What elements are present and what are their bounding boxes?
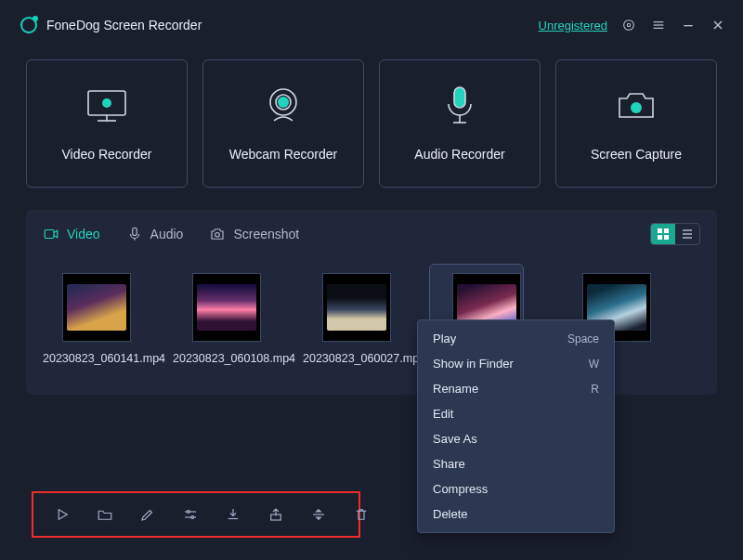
- hamburger-menu-icon[interactable]: [650, 17, 667, 33]
- mode-grid: Video Recorder Webcam Recorder Audio Rec…: [0, 46, 743, 210]
- ctx-compress[interactable]: Compress: [418, 476, 614, 501]
- compress-icon[interactable]: [310, 505, 327, 524]
- share-icon[interactable]: [267, 505, 284, 524]
- svg-point-23: [215, 233, 220, 238]
- mode-label: Audio Recorder: [414, 147, 504, 162]
- svg-rect-21: [132, 228, 137, 235]
- svg-rect-15: [454, 87, 465, 108]
- sliders-icon[interactable]: [182, 505, 199, 524]
- svg-rect-24: [658, 228, 662, 233]
- library-tab-bar: Video Audio Screenshot: [26, 210, 717, 254]
- mode-label: Video Recorder: [61, 147, 151, 162]
- view-toggle: [650, 223, 700, 245]
- svg-point-11: [102, 98, 111, 108]
- tab-label: Video: [67, 227, 100, 241]
- ctx-delete[interactable]: Delete: [418, 501, 614, 527]
- ctx-label: Share: [433, 457, 465, 471]
- ctx-share[interactable]: Share: [418, 451, 614, 476]
- trash-icon[interactable]: [353, 505, 370, 524]
- svg-rect-26: [658, 235, 662, 240]
- mode-label: Webcam Recorder: [229, 147, 337, 162]
- library-item[interactable]: 20230823_060027.mp4: [308, 273, 405, 367]
- video-icon: [43, 226, 59, 242]
- camera-icon: [614, 85, 658, 126]
- context-menu: Play Space Show in Finder W Rename R Edi…: [417, 319, 615, 533]
- tab-video[interactable]: Video: [43, 226, 100, 242]
- app-logo-icon: [20, 17, 37, 33]
- svg-rect-25: [664, 228, 669, 233]
- bottom-tool-row: [32, 491, 360, 538]
- svg-marker-31: [59, 510, 67, 520]
- thumbnail-icon: [322, 273, 391, 342]
- tab-label: Audio: [150, 227, 184, 241]
- camera-small-icon: [209, 226, 226, 242]
- ctx-show-in-finder[interactable]: Show in Finder W: [418, 351, 614, 376]
- folder-icon[interactable]: [97, 505, 113, 524]
- settings-gear-icon[interactable]: [620, 17, 637, 33]
- svg-point-1: [627, 23, 630, 26]
- ctx-save-as[interactable]: Save As: [418, 426, 614, 451]
- play-icon[interactable]: [54, 505, 71, 524]
- app-title: FoneDog Screen Recorder: [46, 18, 202, 33]
- webcam-icon: [263, 85, 304, 126]
- mode-webcam-recorder[interactable]: Webcam Recorder: [202, 59, 364, 188]
- thumbnail-icon: [192, 273, 261, 342]
- brand: FoneDog Screen Recorder: [20, 17, 202, 33]
- ctx-play[interactable]: Play Space: [418, 326, 614, 351]
- svg-rect-20: [45, 230, 54, 239]
- grid-view-button[interactable]: [651, 224, 675, 244]
- ctx-label: Delete: [433, 507, 468, 521]
- tab-label: Screenshot: [233, 227, 299, 241]
- item-label: 20230823_060027.mp4: [303, 351, 411, 367]
- svg-point-19: [631, 102, 642, 113]
- ctx-shortcut: R: [591, 383, 599, 396]
- svg-rect-27: [664, 235, 669, 240]
- thumbnail-icon: [62, 273, 131, 342]
- minimize-icon[interactable]: [680, 17, 697, 33]
- tab-audio[interactable]: Audio: [126, 226, 184, 242]
- close-icon[interactable]: [710, 17, 726, 33]
- mode-video-recorder[interactable]: Video Recorder: [26, 59, 188, 188]
- ctx-edit[interactable]: Edit: [418, 401, 614, 426]
- svg-point-0: [624, 20, 634, 31]
- ctx-rename[interactable]: Rename R: [418, 376, 614, 401]
- title-bar: FoneDog Screen Recorder Unregistered: [0, 0, 743, 46]
- list-view-button[interactable]: [675, 224, 699, 244]
- edit-pencil-icon[interactable]: [139, 505, 156, 524]
- ctx-label: Rename: [433, 382, 478, 396]
- item-label: 20230823_060141.mp4: [43, 351, 150, 367]
- microphone-small-icon: [126, 226, 143, 242]
- unregistered-link[interactable]: Unregistered: [539, 19, 607, 33]
- mode-label: Screen Capture: [591, 147, 682, 162]
- ctx-label: Save As: [433, 432, 477, 446]
- ctx-shortcut: Space: [567, 332, 599, 345]
- mode-screen-capture[interactable]: Screen Capture: [555, 59, 717, 188]
- ctx-shortcut: W: [589, 358, 599, 371]
- ctx-label: Play: [433, 332, 456, 345]
- svg-point-13: [278, 97, 289, 108]
- ctx-label: Compress: [433, 482, 488, 496]
- library-item[interactable]: 20230823_060108.mp4: [178, 273, 275, 367]
- microphone-icon: [444, 85, 476, 126]
- window-controls: Unregistered: [539, 17, 726, 33]
- monitor-record-icon: [83, 85, 131, 126]
- library-item[interactable]: 20230823_060141.mp4: [48, 273, 145, 367]
- download-icon[interactable]: [225, 505, 241, 524]
- ctx-label: Edit: [433, 407, 453, 421]
- item-label: 20230823_060108.mp4: [173, 351, 280, 367]
- mode-audio-recorder[interactable]: Audio Recorder: [379, 59, 541, 188]
- ctx-label: Show in Finder: [433, 357, 514, 371]
- tab-screenshot[interactable]: Screenshot: [209, 226, 299, 242]
